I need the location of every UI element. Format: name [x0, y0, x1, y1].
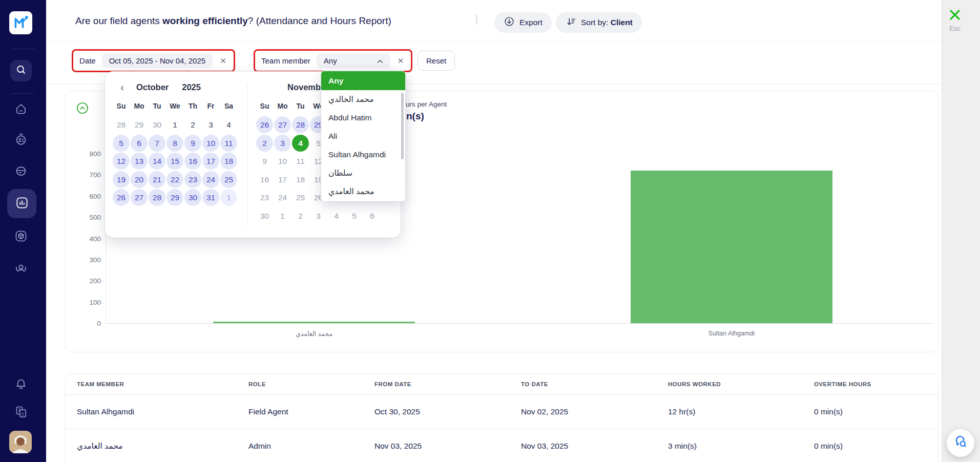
sidebar-item-home[interactable]	[14, 103, 28, 117]
calendar-day-cell[interactable]: 23	[256, 188, 274, 207]
calendar-prev-icon[interactable]: ‹	[120, 82, 124, 92]
calendar-day-cell[interactable]: 16	[184, 152, 202, 171]
dropdown-option[interactable]: محمد الخالدي	[321, 90, 405, 109]
calendar-day: 10	[202, 135, 219, 152]
calendar-day-cell[interactable]: 3	[274, 134, 291, 153]
calendar-day-cell[interactable]: 8	[166, 134, 184, 153]
sidebar-item-team[interactable]	[14, 262, 28, 277]
calendar-day-cell[interactable]: 2	[291, 207, 309, 225]
calendar-day-cell[interactable]: 18	[220, 152, 238, 171]
calendar-year-label[interactable]: 2025	[182, 82, 201, 92]
calendar-day-cell[interactable]: 27	[130, 188, 148, 207]
calendar-day-cell[interactable]: 3	[202, 116, 220, 134]
calendar-day-cell[interactable]: 9	[184, 134, 202, 153]
calendar-day-cell[interactable]: 29	[166, 188, 184, 207]
calendar-day-cell[interactable]: 26	[112, 188, 130, 207]
calendar-day-cell[interactable]: 28	[148, 188, 166, 207]
calendar-day-cell[interactable]: 1	[274, 207, 291, 225]
user-avatar[interactable]	[9, 431, 32, 453]
calendar-day-cell[interactable]: 28	[291, 116, 309, 134]
calendar-day-cell[interactable]: 24	[202, 171, 220, 189]
calendar-day-cell[interactable]: 20	[130, 171, 148, 189]
calendar-day-cell[interactable]: 10	[202, 134, 220, 153]
calendar-day: 13	[131, 153, 148, 170]
calendar-day-cell[interactable]: 30	[256, 207, 274, 225]
calendar-day-cell[interactable]: 28	[112, 116, 130, 134]
sidebar-item-notifications[interactable]	[14, 378, 28, 392]
team-member-filter-chip[interactable]: Team member Any ✕	[254, 49, 412, 72]
calendar-day-cell[interactable]: 16	[256, 171, 274, 189]
calendar-day-cell[interactable]: 4	[220, 116, 238, 134]
export-button[interactable]: Export	[494, 12, 552, 33]
calendar-day-cell[interactable]: 12	[112, 152, 130, 171]
team-member-filter-clear-icon[interactable]: ✕	[397, 56, 405, 66]
calendar-day-cell[interactable]: 6	[130, 134, 148, 153]
calendar-day-cell[interactable]: 21	[148, 171, 166, 189]
calendar-day-cell[interactable]: 5	[112, 134, 130, 153]
calendar-day-cell[interactable]: 4	[327, 207, 345, 225]
sidebar-item-language[interactable]: A ح	[14, 406, 28, 420]
calendar-day-cell[interactable]: 30	[148, 116, 166, 134]
table-column-header: HOURS WORKED	[668, 381, 814, 387]
calendar-day-cell[interactable]: 3	[309, 207, 327, 225]
calendar-day-cell[interactable]: 9	[256, 152, 274, 171]
calendar-day-cell[interactable]: 29	[130, 116, 148, 134]
calendar-day: 27	[131, 189, 148, 206]
table-cell: Admin	[248, 442, 374, 451]
calendar-day: 3	[310, 207, 327, 224]
calendar-day-cell[interactable]: 30	[184, 188, 202, 207]
sort-by-button[interactable]: Sort by: Client	[556, 12, 642, 33]
calendar-day-cell[interactable]: 14	[148, 152, 166, 171]
calendar-day-cell[interactable]: 7	[148, 134, 166, 153]
date-filter-chip[interactable]: Date Oct 05, 2025 - Nov 04, 2025 ✕	[72, 49, 235, 72]
calendar-day-cell[interactable]: 5	[345, 207, 363, 225]
date-filter-value[interactable]: Oct 05, 2025 - Nov 04, 2025	[102, 53, 213, 68]
dropdown-option[interactable]: سلطان	[321, 164, 405, 182]
calendar-day-cell[interactable]: 26	[256, 116, 274, 134]
calendar-day-cell[interactable]: 17	[274, 171, 291, 189]
sidebar-item-field-service[interactable]	[14, 165, 28, 179]
calendar-month-label[interactable]: October	[136, 82, 169, 92]
calendar-day-cell[interactable]: 18	[291, 171, 309, 189]
calendar-day-cell[interactable]: 22	[166, 171, 184, 189]
sidebar-item-inventory[interactable]	[14, 230, 28, 244]
calendar-day-cell[interactable]: 2	[256, 134, 274, 153]
dropdown-option[interactable]: محمد الغامدي	[321, 182, 405, 201]
y-axis-tick: 200	[66, 277, 101, 285]
collapse-card-button[interactable]	[76, 101, 89, 115]
calendar-day-cell[interactable]: 23	[184, 171, 202, 189]
chat-assistant-button[interactable]	[947, 429, 974, 457]
dropdown-scrollbar[interactable]	[401, 93, 404, 159]
calendar-day-cell[interactable]: 31	[202, 188, 220, 207]
dropdown-option[interactable]: Abdul Hatim	[321, 109, 405, 127]
calendar-day-cell[interactable]: 11	[220, 134, 238, 153]
calendar-day-cell[interactable]: 1	[220, 188, 238, 207]
calendar-day-cell[interactable]: 10	[274, 152, 291, 171]
calendar-day-cell[interactable]: 13	[130, 152, 148, 171]
calendar-day-cell[interactable]: 2	[184, 116, 202, 134]
calendar-day-cell[interactable]: 6	[363, 207, 381, 225]
sidebar-item-reports-active[interactable]	[7, 189, 36, 218]
sidebar-item-search[interactable]	[10, 60, 32, 81]
table-row[interactable]: Sultan AlhgamdiField AgentOct 30, 2025No…	[66, 395, 938, 429]
team-member-select[interactable]: Any	[317, 53, 390, 68]
calendar-day-cell[interactable]: 25	[220, 171, 238, 189]
table-row[interactable]: محمد الغامديAdminNov 03, 2025Nov 03, 202…	[66, 429, 938, 462]
dropdown-option[interactable]: Any	[321, 71, 405, 90]
calendar-day-cell[interactable]: 15	[166, 152, 184, 171]
calendar-day-cell[interactable]: 25	[291, 188, 309, 207]
calendar-day-cell[interactable]: 11	[291, 152, 309, 171]
dropdown-option[interactable]: Sultan Alhgamdi	[321, 145, 405, 164]
calendar-day-cell[interactable]: 19	[112, 171, 130, 189]
app-logo[interactable]	[9, 11, 32, 34]
close-modal-button[interactable]: Esc	[943, 8, 967, 32]
calendar-day-cell[interactable]: 27	[274, 116, 291, 134]
date-filter-clear-icon[interactable]: ✕	[219, 56, 227, 66]
reset-filters-button[interactable]: Reset	[418, 51, 455, 71]
dropdown-option[interactable]: Ali	[321, 127, 405, 145]
calendar-day-cell[interactable]: 17	[202, 152, 220, 171]
calendar-day-cell[interactable]: 1	[166, 116, 184, 134]
sidebar-item-tasks[interactable]	[14, 133, 28, 148]
calendar-day-cell[interactable]: 4	[291, 134, 309, 153]
calendar-day-cell[interactable]: 24	[274, 188, 291, 207]
